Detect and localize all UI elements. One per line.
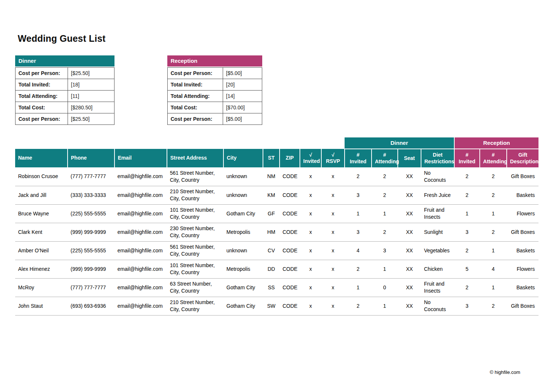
cell-dinner-attending[interactable]: 3: [372, 241, 398, 260]
cell-rsvp-check[interactable]: x: [321, 241, 345, 260]
cell-dinner-attending[interactable]: 1: [372, 260, 398, 278]
cell-city[interactable]: Gotham City: [223, 278, 263, 297]
cell-diet-restrictions[interactable]: No Coconuts: [421, 297, 454, 315]
cell-name[interactable]: Robinson Crusoe: [15, 167, 68, 186]
cell-zip[interactable]: CODE: [280, 186, 300, 204]
cell-st[interactable]: KM: [263, 186, 280, 204]
cell-name[interactable]: Amber O'Neil: [15, 241, 68, 260]
cell-dinner-attending[interactable]: 1: [372, 204, 398, 223]
cell-street-address[interactable]: 101 Street Number, City, Country: [167, 204, 223, 223]
cell-email[interactable]: email@highfile.com: [114, 260, 167, 278]
cell-dinner-invited[interactable]: 4: [345, 241, 372, 260]
cell-seat[interactable]: XX: [398, 241, 421, 260]
cell-city[interactable]: unknown: [223, 167, 263, 186]
cell-reception-invited[interactable]: 3: [454, 297, 480, 315]
cell-street-address[interactable]: 210 Street Number, City, Country: [167, 186, 223, 204]
cell-phone[interactable]: (225) 555-5555: [68, 241, 114, 260]
cell-phone[interactable]: (777) 777-7777: [68, 167, 114, 186]
cell-reception-attending[interactable]: 2: [480, 297, 507, 315]
cell-reception-attending[interactable]: 1: [480, 241, 507, 260]
cell-gift-description[interactable]: Flowers: [507, 204, 538, 223]
cell-st[interactable]: HM: [263, 223, 280, 241]
cell-st[interactable]: SW: [263, 297, 280, 315]
cell-st[interactable]: GF: [263, 204, 280, 223]
summary-value-field[interactable]: [$5.00]: [223, 113, 262, 125]
cell-diet-restrictions[interactable]: Fruit and Insects: [421, 204, 454, 223]
cell-dinner-invited[interactable]: 2: [345, 260, 372, 278]
cell-street-address[interactable]: 63 Street Number, City, Country: [167, 278, 223, 297]
cell-street-address[interactable]: 561 Street Number, City, Country: [167, 241, 223, 260]
cell-reception-invited[interactable]: 2: [454, 167, 480, 186]
summary-value-field[interactable]: [$25.50]: [68, 68, 114, 79]
cell-dinner-attending[interactable]: 2: [372, 186, 398, 204]
cell-rsvp-check[interactable]: x: [321, 297, 345, 315]
cell-gift-description[interactable]: Gift Boxes: [507, 223, 538, 241]
cell-reception-attending[interactable]: 2: [480, 223, 507, 241]
cell-seat[interactable]: XX: [398, 204, 421, 223]
cell-reception-attending[interactable]: 1: [480, 278, 507, 297]
cell-dinner-invited[interactable]: 2: [345, 297, 372, 315]
cell-phone[interactable]: (777) 777-7777: [68, 278, 114, 297]
cell-dinner-invited[interactable]: 3: [345, 186, 372, 204]
cell-reception-invited[interactable]: 5: [454, 260, 480, 278]
cell-dinner-attending[interactable]: 2: [372, 223, 398, 241]
summary-value-field[interactable]: [$70.00]: [223, 102, 262, 113]
summary-value-field[interactable]: [18]: [68, 79, 114, 91]
cell-email[interactable]: email@highfile.com: [114, 204, 167, 223]
cell-rsvp-check[interactable]: x: [321, 167, 345, 186]
cell-zip[interactable]: CODE: [280, 278, 300, 297]
cell-invited-check[interactable]: x: [300, 241, 321, 260]
summary-value-field[interactable]: [14]: [223, 91, 262, 102]
cell-invited-check[interactable]: x: [300, 278, 321, 297]
cell-seat[interactable]: XX: [398, 260, 421, 278]
cell-diet-restrictions[interactable]: Fruit and Insects: [421, 278, 454, 297]
cell-email[interactable]: email@highfile.com: [114, 186, 167, 204]
cell-st[interactable]: NM: [263, 167, 280, 186]
cell-seat[interactable]: XX: [398, 297, 421, 315]
cell-invited-check[interactable]: x: [300, 167, 321, 186]
cell-name[interactable]: Jack and Jill: [15, 186, 68, 204]
summary-value-field[interactable]: [$25.50]: [68, 113, 114, 125]
cell-email[interactable]: email@highfile.com: [114, 241, 167, 260]
cell-reception-invited[interactable]: 1: [454, 204, 480, 223]
cell-seat[interactable]: XX: [398, 167, 421, 186]
cell-reception-attending[interactable]: 2: [480, 186, 507, 204]
cell-name[interactable]: Clark Kent: [15, 223, 68, 241]
cell-dinner-invited[interactable]: 3: [345, 223, 372, 241]
cell-email[interactable]: email@highfile.com: [114, 278, 167, 297]
cell-st[interactable]: DD: [263, 260, 280, 278]
cell-zip[interactable]: CODE: [280, 223, 300, 241]
cell-phone[interactable]: (225) 555-5555: [68, 204, 114, 223]
cell-reception-invited[interactable]: 2: [454, 278, 480, 297]
cell-name[interactable]: Bruce Wayne: [15, 204, 68, 223]
cell-email[interactable]: email@highfile.com: [114, 223, 167, 241]
cell-seat[interactable]: XX: [398, 223, 421, 241]
summary-value-field[interactable]: [11]: [68, 91, 114, 102]
cell-city[interactable]: Gotham City: [223, 204, 263, 223]
cell-phone[interactable]: (693) 693-6936: [68, 297, 114, 315]
cell-street-address[interactable]: 101 Street Number, City, Country: [167, 260, 223, 278]
cell-dinner-attending[interactable]: 1: [372, 297, 398, 315]
cell-gift-description[interactable]: Flowers: [507, 260, 538, 278]
cell-reception-invited[interactable]: 2: [454, 186, 480, 204]
cell-rsvp-check[interactable]: x: [321, 204, 345, 223]
cell-reception-attending[interactable]: 1: [480, 204, 507, 223]
cell-dinner-invited[interactable]: 2: [345, 167, 372, 186]
cell-street-address[interactable]: 230 Street Number, City, Country: [167, 223, 223, 241]
cell-reception-attending[interactable]: 4: [480, 260, 507, 278]
cell-name[interactable]: Alex Himenez: [15, 260, 68, 278]
cell-invited-check[interactable]: x: [300, 297, 321, 315]
cell-dinner-invited[interactable]: 1: [345, 204, 372, 223]
cell-reception-attending[interactable]: 2: [480, 167, 507, 186]
cell-email[interactable]: email@highfile.com: [114, 167, 167, 186]
cell-zip[interactable]: CODE: [280, 260, 300, 278]
cell-rsvp-check[interactable]: x: [321, 223, 345, 241]
cell-seat[interactable]: XX: [398, 186, 421, 204]
cell-zip[interactable]: CODE: [280, 204, 300, 223]
cell-zip[interactable]: CODE: [280, 167, 300, 186]
cell-rsvp-check[interactable]: x: [321, 186, 345, 204]
cell-diet-restrictions[interactable]: Fresh Juice: [421, 186, 454, 204]
summary-value-field[interactable]: [$5.00]: [223, 68, 262, 79]
cell-diet-restrictions[interactable]: No Coconuts: [421, 167, 454, 186]
cell-name[interactable]: John Staut: [15, 297, 68, 315]
